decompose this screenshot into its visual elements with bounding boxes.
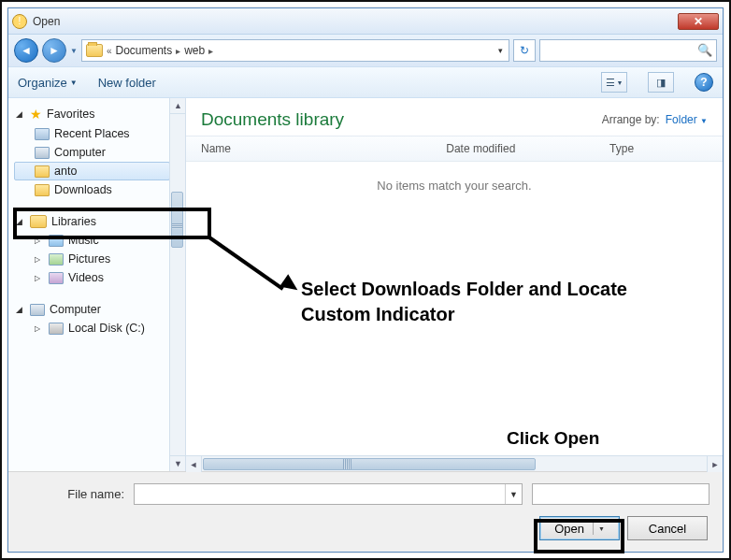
scroll-down-icon[interactable]: ▼ [170, 455, 186, 471]
caret-icon: ◢ [16, 109, 25, 119]
sidebar-label: Local Disk (C:) [68, 322, 145, 335]
arrange-dropdown[interactable]: Folder ▼ [666, 113, 708, 126]
sidebar: ◢ ★ Favorites Recent Places Computer [8, 98, 186, 471]
annotation-text-1: Select Downloads Folder and Locate Custo… [301, 277, 638, 327]
scroll-thumb[interactable] [171, 192, 183, 248]
titlebar: ! Open ✕ [8, 8, 723, 35]
sidebar-scrollbar[interactable]: ▲ ▼ [169, 98, 185, 471]
navbar: ◄ ► ▼ « Documents ▸ web ▸ ▾ ↻ 🔍 [8, 35, 723, 66]
sidebar-item-music[interactable]: ▷ Music [14, 231, 170, 250]
filename-label: File name: [22, 487, 124, 501]
col-type[interactable]: Type [609, 142, 708, 155]
sidebar-item-videos[interactable]: ▷ Videos [14, 268, 170, 287]
filename-combobox[interactable]: ▼ [134, 483, 523, 505]
breadcrumb-dropdown[interactable]: ▾ [498, 46, 505, 55]
computer-icon [35, 147, 50, 159]
sidebar-label: Computer [50, 303, 101, 316]
sidebar-label: Favorites [47, 108, 94, 121]
scroll-right-icon[interactable]: ► [707, 456, 723, 472]
preview-pane-button[interactable]: ◨ [648, 72, 674, 93]
sidebar-item-computer[interactable]: Computer [14, 143, 170, 162]
sidebar-label: anto [54, 165, 77, 178]
organize-label: Organize [18, 76, 67, 90]
search-icon: 🔍 [697, 43, 712, 57]
help-button[interactable]: ? [695, 73, 713, 92]
back-button[interactable]: ◄ [14, 38, 38, 63]
footer: File name: ▼ Open ▼ Cancel [8, 471, 723, 552]
organize-menu[interactable]: Organize ▼ [18, 76, 78, 90]
app-icon: ! [12, 14, 27, 29]
pictures-icon [49, 253, 64, 266]
toolbar: Organize ▼ New folder ☰ ▼ ◨ ? [8, 66, 723, 98]
scroll-left-icon[interactable]: ◄ [186, 456, 202, 472]
caret-icon: ◢ [16, 217, 25, 226]
chevron-icon: ▸ [208, 46, 213, 56]
column-headers: Name Date modified Type [186, 136, 723, 162]
music-icon [49, 235, 64, 247]
chevron-down-icon: ▼ [598, 525, 605, 532]
caret-icon: ▷ [35, 324, 44, 333]
filetype-filter[interactable] [532, 483, 710, 505]
chevron-down-icon[interactable]: ▼ [505, 484, 522, 504]
col-date[interactable]: Date modified [446, 142, 609, 155]
sidebar-item-pictures[interactable]: ▷ Pictures [14, 250, 170, 268]
sidebar-item-recent[interactable]: Recent Places [14, 124, 170, 143]
scroll-thumb[interactable] [203, 458, 536, 470]
view-mode-button[interactable]: ☰ ▼ [601, 72, 627, 93]
sidebar-label: Downloads [54, 183, 112, 196]
empty-message: No items match your search. [186, 162, 723, 209]
close-button[interactable]: ✕ [678, 13, 719, 30]
computer-icon [30, 304, 45, 316]
disk-icon [49, 323, 64, 335]
caret-icon: ▷ [35, 237, 44, 245]
folder-icon [86, 44, 103, 57]
sidebar-label: Recent Places [54, 127, 130, 140]
videos-icon [49, 272, 64, 284]
sidebar-label: Music [68, 234, 99, 247]
chevron-down-icon: ▼ [70, 79, 78, 87]
arrange-label: Arrange by: [602, 113, 660, 126]
cancel-button[interactable]: Cancel [627, 516, 708, 540]
recent-icon [35, 128, 50, 140]
breadcrumb-seg-documents[interactable]: Documents [115, 44, 172, 57]
sidebar-favorites[interactable]: ◢ ★ Favorites [14, 104, 170, 124]
star-icon: ★ [30, 107, 42, 122]
window-title: Open [33, 15, 678, 28]
search-input[interactable]: 🔍 [539, 39, 717, 62]
sidebar-item-anto[interactable]: anto [14, 162, 170, 180]
caret-icon: ▷ [35, 255, 44, 264]
col-name[interactable]: Name [201, 142, 446, 155]
new-folder-button[interactable]: New folder [98, 76, 156, 90]
chevron-down-icon: ▼ [700, 117, 708, 125]
sidebar-label: Pictures [68, 252, 110, 266]
sidebar-computer-group[interactable]: ◢ Computer [14, 300, 170, 319]
library-title: Documents library [201, 109, 344, 130]
horizontal-scrollbar[interactable]: ◄ ► [186, 455, 723, 471]
history-dropdown[interactable]: ▼ [70, 47, 78, 55]
sidebar-label: Libraries [51, 215, 96, 228]
sidebar-label: Computer [54, 146, 106, 159]
filename-input[interactable] [135, 484, 505, 504]
caret-icon: ◢ [16, 305, 25, 314]
scroll-up-icon[interactable]: ▲ [170, 98, 186, 114]
breadcrumb-seg-web[interactable]: web [184, 44, 205, 57]
chevron-icon: « [107, 46, 112, 56]
sidebar-libraries[interactable]: ◢ Libraries [14, 212, 170, 231]
sidebar-item-localdisk[interactable]: ▷ Local Disk (C:) [14, 319, 170, 337]
annotation-text-2: Click Open [507, 426, 599, 451]
sidebar-label: Videos [68, 271, 104, 284]
caret-icon: ▷ [35, 274, 44, 282]
library-icon [30, 215, 47, 228]
folder-icon [35, 165, 50, 178]
breadcrumb[interactable]: « Documents ▸ web ▸ ▾ [81, 39, 509, 62]
folder-icon [35, 184, 50, 196]
refresh-button[interactable]: ↻ [513, 39, 536, 62]
chevron-icon: ▸ [176, 46, 180, 56]
forward-button[interactable]: ► [42, 38, 66, 63]
sidebar-item-downloads[interactable]: Downloads [14, 180, 170, 199]
open-button[interactable]: Open ▼ [539, 516, 620, 540]
